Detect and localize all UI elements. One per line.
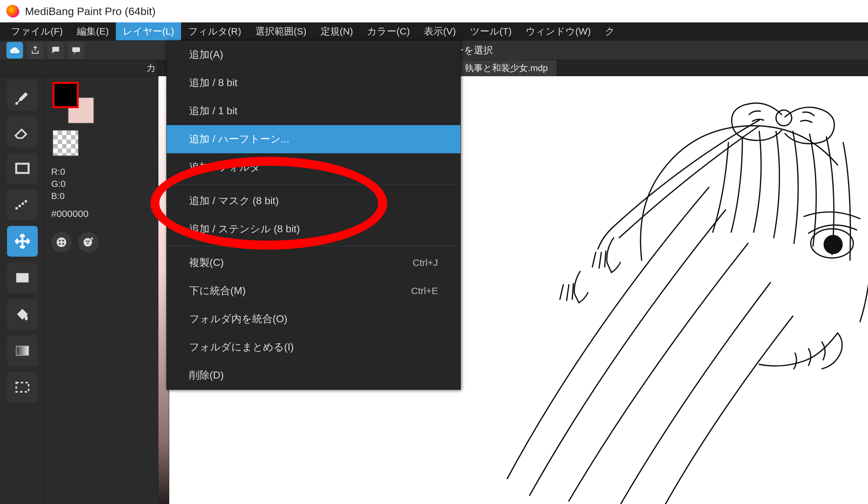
layer-menu-dropdown: 追加(A) 追加 / 8 bit 追加 / 1 bit 追加 / ハーフトーン.… — [166, 40, 461, 390]
foreground-color-swatch[interactable] — [52, 82, 79, 108]
dd-group-folder[interactable]: フォルダにまとめる(I) — [167, 333, 461, 361]
dot-brush-tool[interactable] — [7, 189, 38, 220]
brush-tool[interactable] — [7, 80, 38, 111]
svg-point-16 — [88, 241, 90, 242]
svg-point-19 — [824, 236, 842, 254]
cloud-sync-button[interactable] — [7, 42, 23, 59]
svg-rect-4 — [21, 203, 24, 205]
move-tool[interactable] — [7, 226, 38, 257]
fill-rect-tool[interactable] — [7, 263, 38, 293]
svg-rect-6 — [16, 273, 29, 282]
menu-edit[interactable]: 編集(E) — [70, 22, 116, 40]
app-icon — [6, 4, 20, 19]
tool-column — [0, 76, 45, 504]
svg-point-15 — [86, 241, 88, 242]
menu-cloud-partial[interactable]: ク — [598, 22, 622, 40]
svg-point-13 — [62, 243, 64, 245]
svg-point-20 — [776, 110, 792, 126]
speech-button[interactable] — [68, 42, 84, 59]
dd-duplicate[interactable]: 複製(C)Ctrl+J — [167, 249, 461, 277]
app-title: MediBang Paint Pro (64bit) — [25, 5, 155, 18]
svg-point-12 — [59, 243, 61, 245]
select-tool[interactable] — [7, 372, 38, 403]
svg-rect-5 — [25, 200, 27, 203]
palette-button[interactable] — [51, 232, 72, 253]
tabs-extra — [557, 60, 868, 76]
menu-layer[interactable]: レイヤー(L) — [116, 22, 181, 40]
dd-add-folder[interactable]: 追加 / フォルダ — [167, 153, 461, 182]
dd-merge-down[interactable]: 下に統合(M)Ctrl+E — [167, 277, 461, 305]
palette-add-button[interactable] — [78, 232, 99, 253]
dd-delete[interactable]: 削除(D) — [167, 361, 461, 389]
menu-tool[interactable]: ツール(T) — [463, 22, 519, 40]
panel-title-fragment: カ — [0, 60, 158, 76]
dd-add-8bit[interactable]: 追加 / 8 bit — [167, 69, 461, 97]
share-button[interactable] — [27, 42, 43, 59]
svg-rect-3 — [18, 205, 20, 207]
dd-add-1bit[interactable]: 追加 / 1 bit — [167, 97, 461, 125]
dd-add-mask[interactable]: 追加 / マスク (8 bit) — [167, 187, 461, 215]
menu-color[interactable]: カラー(C) — [360, 22, 417, 40]
menubar: ファイル(F) 編集(E) レイヤー(L) フィルタ(R) 選択範囲(S) 定規… — [0, 22, 868, 40]
menu-select[interactable]: 選択範囲(S) — [248, 22, 313, 40]
comment-button[interactable] — [47, 42, 64, 59]
svg-rect-2 — [16, 207, 18, 209]
canvas-drawing — [446, 76, 868, 504]
dd-add-stencil[interactable]: 追加 / ステンシル (8 bit) — [167, 215, 461, 243]
svg-point-11 — [62, 240, 64, 241]
r-value: R:0 — [51, 166, 152, 178]
b-value: B:0 — [51, 190, 152, 202]
menu-window[interactable]: ウィンドウ(W) — [519, 22, 598, 40]
svg-rect-7 — [16, 346, 29, 356]
dd-add-halftone[interactable]: 追加 / ハーフトーン... — [167, 125, 461, 153]
menu-filter[interactable]: フィルタ(R) — [181, 22, 248, 40]
g-value: G:0 — [51, 178, 152, 190]
dd-add[interactable]: 追加(A) — [167, 41, 461, 69]
svg-rect-1 — [16, 164, 29, 173]
dd-merge-folder[interactable]: フォルダ内を統合(O) — [167, 305, 461, 333]
shape-rect-tool[interactable] — [7, 153, 38, 184]
rgb-readout: R:0 G:0 B:0 — [51, 166, 152, 202]
bucket-tool[interactable] — [7, 299, 38, 330]
document-tab[interactable]: 執事と和装少女.mdp — [456, 60, 557, 76]
menu-file[interactable]: ファイル(F) — [4, 22, 70, 40]
svg-point-9 — [56, 237, 66, 247]
dd-separator — [167, 184, 461, 184]
color-swatches[interactable] — [52, 82, 94, 124]
svg-point-17 — [87, 243, 89, 244]
menu-ruler[interactable]: 定規(N) — [313, 22, 360, 40]
svg-point-10 — [59, 240, 61, 241]
titlebar: MediBang Paint Pro (64bit) — [0, 0, 868, 22]
dd-separator — [167, 246, 461, 246]
transparent-swatch[interactable] — [52, 130, 79, 156]
eraser-tool[interactable] — [7, 116, 38, 147]
menu-view[interactable]: 表示(V) — [417, 22, 463, 40]
color-panel: R:0 G:0 B:0 #000000 — [45, 76, 158, 504]
svg-rect-0 — [72, 47, 80, 52]
hex-value: #000000 — [51, 208, 152, 219]
svg-point-14 — [83, 238, 92, 247]
gradient-tool[interactable] — [7, 335, 38, 366]
svg-rect-8 — [16, 383, 29, 392]
